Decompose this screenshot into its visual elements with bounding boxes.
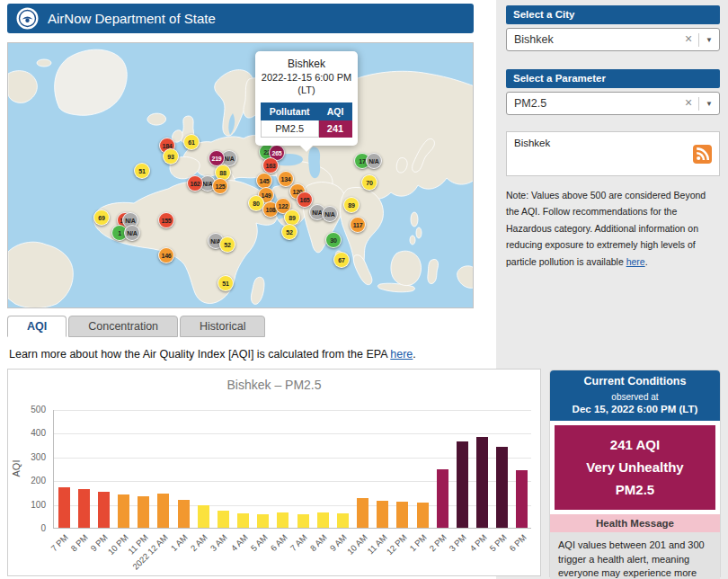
popup-aqi-value: 241 — [318, 120, 352, 137]
chart-bar[interactable] — [198, 505, 209, 528]
parameter-select-value: PM2.5 — [514, 97, 679, 110]
chart-bar[interactable] — [178, 500, 190, 528]
y-axis-tick: 0 — [40, 523, 46, 533]
current-aqi-value: 241 AQI — [555, 434, 715, 457]
select-city-header: Select a City — [506, 5, 720, 24]
world-aqi-map[interactable]: 1846193N/A21988N/A1621255169174N/A1551N/… — [7, 42, 474, 308]
chart-title: Bishkek – PM2.5 — [8, 378, 540, 392]
chart-bar[interactable] — [157, 494, 169, 528]
note-text: Note: Values above 500 are considered Be… — [506, 190, 706, 267]
map-marker[interactable]: 61 — [183, 134, 200, 150]
map-marker[interactable]: 93 — [163, 148, 179, 165]
chart-bar[interactable] — [58, 487, 70, 528]
map-marker[interactable]: N/A — [124, 225, 140, 241]
parameter-select[interactable]: PM2.5 × ▼ — [506, 92, 720, 115]
chart-bar[interactable] — [396, 502, 408, 528]
chart-bar[interactable] — [78, 489, 90, 528]
popup-aqi-header: AQI — [318, 102, 352, 120]
rss-feed-box: Bishkek — [506, 131, 720, 176]
chart-bar[interactable] — [277, 512, 289, 528]
tab-historical[interactable]: Historical — [180, 316, 265, 337]
popup-aqi-table: Pollutant AQI PM2.5 241 — [261, 102, 353, 138]
observed-time: Dec 15, 2022 6:00 PM (LT) — [550, 404, 720, 414]
aqi-bar-chart: Bishkek – PM2.5 AQI 0100200300400500 7 P… — [7, 369, 541, 576]
chart-bar[interactable] — [257, 514, 269, 528]
current-conditions-title: Current Conditions — [550, 375, 720, 387]
chart-bar[interactable] — [98, 492, 110, 528]
current-aqi-box: 241 AQI Very Unhealthy PM2.5 — [555, 425, 715, 510]
learn-more-text: Learn more about how the Air Quality Ind… — [9, 348, 416, 361]
chart-bar[interactable] — [337, 513, 349, 528]
chevron-down-icon[interactable]: ▼ — [706, 100, 713, 108]
gridline — [54, 410, 531, 411]
chart-bar[interactable] — [496, 447, 508, 528]
note-here-link[interactable]: here — [626, 256, 645, 267]
clear-city-icon[interactable]: × — [679, 31, 698, 48]
chart-bar[interactable] — [138, 496, 149, 528]
select-divider — [698, 33, 699, 47]
beyond-aqi-note: Note: Values above 500 are considered Be… — [506, 187, 720, 270]
page-title: AirNow Department of State — [48, 11, 216, 26]
map-marker[interactable]: 165 — [297, 192, 313, 208]
map-marker[interactable]: N/A — [322, 206, 338, 222]
chart-bar[interactable] — [317, 512, 329, 528]
map-marker[interactable]: 155 — [158, 212, 174, 228]
map-marker[interactable]: 89 — [284, 209, 300, 226]
department-of-state-seal-icon — [16, 7, 39, 30]
map-marker[interactable]: 30 — [325, 232, 342, 248]
map-marker[interactable]: 67 — [333, 252, 350, 268]
chart-bar[interactable] — [118, 494, 129, 528]
select-parameter-header: Select a Parameter — [506, 69, 720, 88]
map-marker[interactable]: 146 — [158, 247, 174, 263]
chart-bar[interactable] — [476, 437, 488, 528]
chart-bar[interactable] — [237, 513, 249, 528]
map-marker[interactable]: 52 — [281, 224, 297, 240]
y-axis: 0100200300400500 — [13, 410, 49, 529]
current-aqi-category: Very Unhealthy — [555, 457, 715, 479]
health-message-text: AQI values between 201 and 300 trigger a… — [550, 532, 720, 579]
tab-concentration[interactable]: Concentration — [68, 316, 178, 337]
chart-bar[interactable] — [218, 511, 229, 528]
map-marker[interactable]: 117 — [350, 217, 366, 233]
chart-bar[interactable] — [297, 514, 309, 528]
map-marker[interactable]: 69 — [93, 209, 110, 226]
observed-at-label: observed at — [550, 392, 720, 402]
x-axis: 7 PM8 PM9 PM10 PM11 PM2022 12 AM1 AM2 AM… — [53, 532, 531, 575]
gridline — [54, 433, 531, 434]
popup-pollutant-header: Pollutant — [261, 102, 318, 120]
map-marker[interactable]: 51 — [134, 163, 150, 179]
clear-parameter-icon[interactable]: × — [679, 95, 698, 111]
chart-bar[interactable] — [357, 498, 368, 528]
chart-bar[interactable] — [457, 441, 468, 528]
map-marker[interactable]: 163 — [262, 157, 279, 174]
map-popup: Bishkek 2022-12-15 6:00 PM (LT) Pollutan… — [255, 51, 358, 146]
chevron-down-icon[interactable]: ▼ — [706, 36, 713, 44]
map-marker[interactable]: 89 — [343, 197, 360, 213]
health-message-header: Health Message — [550, 514, 720, 532]
map-marker[interactable]: 51 — [218, 275, 234, 291]
map-marker[interactable]: 125 — [212, 178, 228, 194]
popup-city: Bishkek — [260, 58, 353, 70]
chart-bar[interactable] — [437, 469, 448, 528]
chart-tabs: AQI Concentration Historical — [7, 316, 265, 337]
popup-datetime: 2022-12-15 6:00 PM (LT) — [260, 71, 353, 97]
rss-icon[interactable] — [693, 145, 712, 164]
y-axis-tick: 300 — [31, 452, 46, 462]
epa-learn-more-link[interactable]: here — [390, 348, 413, 361]
plot-area — [53, 410, 531, 529]
select-divider — [698, 97, 699, 111]
map-marker[interactable]: N/A — [366, 153, 382, 169]
chart-bar[interactable] — [417, 503, 429, 529]
city-select[interactable]: Bishkek × ▼ — [506, 28, 720, 51]
y-axis-tick: 400 — [31, 428, 46, 438]
map-marker[interactable]: 52 — [219, 236, 235, 253]
app-header: AirNow Department of State — [7, 4, 474, 33]
world-map-background — [8, 43, 474, 308]
chart-bar[interactable] — [516, 470, 528, 528]
map-marker[interactable]: 70 — [361, 174, 377, 191]
y-axis-tick: 100 — [31, 500, 46, 510]
chart-bar[interactable] — [377, 501, 388, 528]
current-conditions-header: Current Conditions observed at Dec 15, 2… — [550, 370, 720, 421]
map-marker[interactable]: 162 — [187, 175, 203, 192]
tab-aqi[interactable]: AQI — [7, 316, 67, 337]
